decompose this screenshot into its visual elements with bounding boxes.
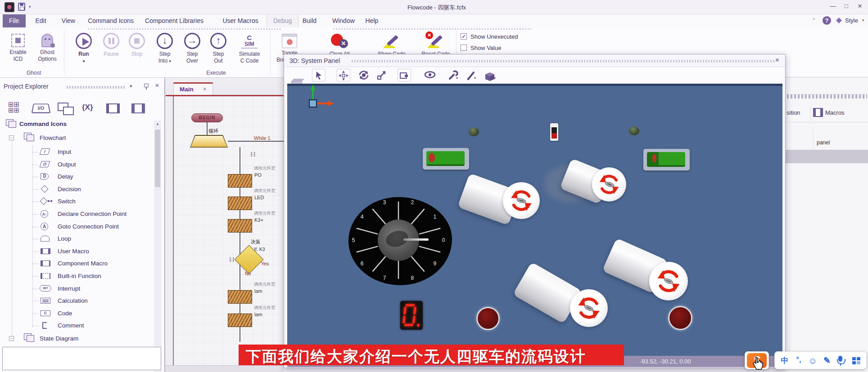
expression-icon[interactable]: {X} xyxy=(82,103,93,112)
select-tool-button[interactable] xyxy=(312,69,326,81)
show-unexecuted-checkbox[interactable]: ✓ Show Unexecuted xyxy=(461,33,551,41)
tree-item-delay[interactable]: DDelay xyxy=(0,171,162,183)
maximize-button[interactable]: □ xyxy=(841,3,852,9)
pan-tool-button[interactable] xyxy=(337,69,350,81)
show-value-checkbox[interactable]: Show Value xyxy=(461,44,551,52)
tools-button[interactable]: ▾ xyxy=(446,69,460,81)
help-icon[interactable]: ? xyxy=(823,16,831,25)
visibility-button[interactable] xyxy=(423,69,436,81)
led-bar-component[interactable] xyxy=(643,149,690,170)
enable-icd-button[interactable]: EnableICD xyxy=(5,33,31,63)
tree-item-state-diagram[interactable]: − State Diagram xyxy=(0,333,162,345)
3d-viewport[interactable]: 0123456789 xyxy=(287,84,782,356)
menu-command-icons[interactable]: Command Icons xyxy=(81,14,140,27)
windows-pair-icon[interactable] xyxy=(58,103,73,114)
component-macro-icon[interactable] xyxy=(131,103,145,113)
tree-item-input[interactable]: IInput xyxy=(0,146,162,158)
3d-panel-title-bar[interactable]: 3D: System Panel ✕ xyxy=(284,54,785,67)
flowchart-while-loop-node[interactable] xyxy=(190,135,228,148)
menu-view[interactable]: View xyxy=(55,14,81,27)
seven-segment-display[interactable] xyxy=(400,301,423,330)
flowchart-component-macro-node[interactable] xyxy=(228,290,252,304)
collapse-expander-icon[interactable]: − xyxy=(9,336,14,341)
menu-window[interactable]: Window xyxy=(326,14,361,27)
microphone-icon[interactable] xyxy=(837,352,846,370)
step-into-button[interactable]: ↓ StepInto ▾ xyxy=(152,33,178,65)
toggle-switch-component[interactable] xyxy=(550,123,558,141)
keyboard-grid-icon[interactable] xyxy=(851,352,861,370)
menu-help[interactable]: Help xyxy=(359,14,385,27)
viewport-button[interactable] xyxy=(398,69,411,81)
tree-item-comment[interactable]: Comment xyxy=(0,320,162,332)
drag-handle-dots[interactable] xyxy=(67,86,126,89)
collapse-marker[interactable]: [-] xyxy=(251,151,255,157)
save-icon[interactable] xyxy=(18,3,25,11)
panel-row-value[interactable]: panel xyxy=(817,139,830,146)
tree-item-output[interactable]: OOutput xyxy=(0,159,162,171)
panel-close-icon[interactable]: ✕ xyxy=(155,82,159,89)
macros-button[interactable]: Macros xyxy=(825,109,845,116)
io-icon[interactable]: I/O xyxy=(32,103,50,113)
led-component[interactable] xyxy=(629,126,639,135)
collapse-expander-icon[interactable]: − xyxy=(9,135,14,140)
tree-item-interrupt[interactable]: INTInterrupt xyxy=(0,283,162,295)
close-button[interactable]: ✕ xyxy=(854,3,865,9)
app-icon[interactable] xyxy=(5,2,14,12)
resize-button[interactable] xyxy=(375,69,389,81)
tree-item-built-in-function[interactable]: Built-in Function xyxy=(0,270,162,282)
grid-add-icon[interactable]: ⊞⊞⊞⊞ xyxy=(8,101,19,113)
menu-component-libraries[interactable]: Component Libraries xyxy=(139,14,210,27)
tree-item-decision[interactable]: Decision xyxy=(0,184,162,196)
flowchart-begin-node[interactable]: BEGIN xyxy=(191,113,223,122)
panel-menu-caret-icon[interactable]: ▾ xyxy=(130,83,132,89)
menu-file[interactable]: File xyxy=(3,14,26,27)
tree-item-calculation[interactable]: Calculation xyxy=(0,295,162,307)
flowchart-component-macro-node[interactable] xyxy=(228,197,252,210)
pin-icon[interactable] xyxy=(144,84,149,87)
quick-access-caret-icon[interactable]: ▾ xyxy=(29,4,31,9)
style-button[interactable]: Style xyxy=(845,17,858,24)
menu-user-macros[interactable]: User Macros xyxy=(216,14,264,27)
stop-button[interactable]: Stop xyxy=(124,33,150,58)
rotate-view-button[interactable] xyxy=(357,69,371,81)
menu-edit[interactable]: Edit xyxy=(29,14,52,27)
selected-row[interactable] xyxy=(786,150,868,163)
collapse-ribbon-icon[interactable]: ^ xyxy=(813,18,815,22)
project-explorer-header[interactable]: Project Explorer ▾ ✕ xyxy=(0,81,164,92)
paint-button[interactable]: ▾ xyxy=(464,69,478,81)
handwriting-pencil-icon[interactable]: ✎ xyxy=(822,352,832,370)
style-caret-icon[interactable]: ▾ xyxy=(862,18,864,22)
flowchart-component-macro-node[interactable] xyxy=(228,219,252,233)
flowchart-component-macro-node[interactable] xyxy=(228,174,252,188)
rotary-decade-switch[interactable]: 0123456789 xyxy=(348,197,452,285)
tab-main[interactable]: Main ✕ xyxy=(173,82,213,95)
led-component[interactable] xyxy=(469,127,479,136)
collapse-marker[interactable]: [-] xyxy=(230,256,234,262)
3d-panel-close-icon[interactable]: ✕ xyxy=(775,57,780,63)
pause-button[interactable]: Pause xyxy=(98,33,124,58)
wheel-component[interactable] xyxy=(668,306,692,330)
scrollbar-thumb[interactable] xyxy=(155,130,160,187)
user-macro-icon[interactable] xyxy=(106,103,120,113)
tree-item-flowchart[interactable]: − Flowchart xyxy=(0,133,162,145)
tree-item-code[interactable]: CCode xyxy=(0,308,162,320)
step-out-button[interactable]: ↑ StepOut xyxy=(205,33,231,64)
menu-debug[interactable]: Debug xyxy=(267,14,298,27)
scroll-up-icon[interactable]: ▲ xyxy=(155,121,160,127)
tree-item-declare-connection-point[interactable]: A:Declare Connection Point xyxy=(0,208,162,220)
tree-item-command-icons[interactable]: Command Icons xyxy=(0,119,162,131)
wheel-component[interactable] xyxy=(476,307,500,330)
tree-scrollbar[interactable]: ▲ ▼ xyxy=(154,121,161,372)
led-bar-component[interactable] xyxy=(423,148,469,170)
flowchart-component-macro-node[interactable] xyxy=(228,314,252,327)
tab-close-icon[interactable]: ✕ xyxy=(203,86,207,92)
tree-item-switch[interactable]: Switch xyxy=(0,196,162,208)
drag-handle-dots[interactable] xyxy=(352,60,775,63)
emoji-icon[interactable]: ☺ xyxy=(807,352,818,370)
tree-item-loop[interactable]: Loop xyxy=(0,233,162,245)
step-over-button[interactable]: → StepOver xyxy=(179,33,205,64)
shapes-button[interactable]: ▾ xyxy=(482,69,496,81)
drag-handle-dots[interactable] xyxy=(787,94,867,99)
menu-build[interactable]: Build xyxy=(296,14,323,27)
minimize-button[interactable]: — xyxy=(827,3,838,9)
